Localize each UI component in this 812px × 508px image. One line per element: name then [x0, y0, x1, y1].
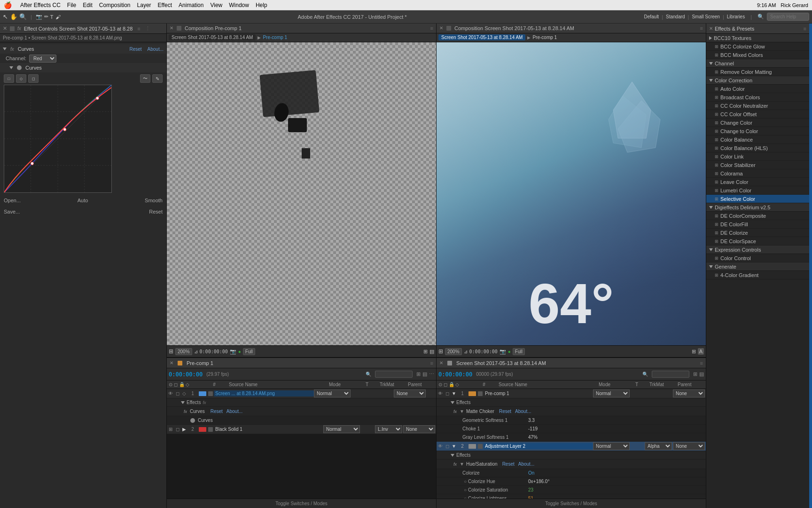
- effect-auto-color[interactable]: ⊞ Auto Color: [706, 85, 809, 93]
- smooth-btn[interactable]: Smooth: [145, 198, 163, 203]
- r-hue-about[interactable]: About...: [518, 461, 534, 467]
- comp-left-tab1[interactable]: Screen Shot 2017-05-13 at 8.28.14 AM: [169, 34, 256, 40]
- reset-btn2[interactable]: Reset: [149, 209, 163, 214]
- timeline-icon-1[interactable]: ⊞: [416, 371, 421, 377]
- r-layer1-mode-select[interactable]: Normal: [593, 389, 630, 397]
- viewer-icon-grid-r[interactable]: ⊞: [692, 349, 696, 355]
- category-channel[interactable]: Channel: [706, 59, 809, 68]
- toolbar-icon-zoom[interactable]: 🔍: [19, 13, 27, 20]
- menu-ae[interactable]: After Effects CC: [20, 2, 61, 8]
- curves-reset-link[interactable]: Reset: [211, 409, 223, 414]
- layer2-expand[interactable]: ▶: [181, 427, 187, 432]
- effects-expand-1[interactable]: [181, 401, 185, 404]
- timeline-right-menu[interactable]: ≡: [700, 360, 703, 366]
- comp-right-menu[interactable]: ≡: [700, 25, 703, 31]
- menu-window[interactable]: Window: [229, 2, 249, 8]
- viewer-icon-channels[interactable]: ▤: [429, 349, 434, 355]
- workspace-default[interactable]: Default: [644, 14, 659, 19]
- layer2-parent-select[interactable]: None: [403, 425, 435, 433]
- effect-de-colorspace[interactable]: ⊞ DE ColorSpace: [706, 237, 809, 246]
- r-layer1-vis[interactable]: 👁: [437, 391, 444, 396]
- effect-de-colorize[interactable]: ⊞ DE Colorize: [706, 229, 809, 237]
- menu-effect[interactable]: Effect: [158, 2, 172, 8]
- toolbar-icon-hand[interactable]: ✋: [10, 13, 17, 20]
- category-color-correction[interactable]: Color Correction: [706, 76, 809, 85]
- effect-selective-color[interactable]: ⊞ Selective Color: [706, 195, 809, 203]
- effect-color-balance-hls[interactable]: ⊞ Color Balance (HLS): [706, 144, 809, 152]
- r-choke-value[interactable]: -119: [528, 426, 538, 431]
- comp-left-menu[interactable]: ≡: [430, 25, 433, 31]
- save-btn[interactable]: Save...: [4, 209, 20, 214]
- timeline-left-timecode[interactable]: 0:00:00:00: [169, 371, 203, 378]
- timeline-right-search[interactable]: [652, 371, 689, 378]
- effects-panel-menu[interactable]: ≡: [804, 26, 806, 32]
- r-hue-reset[interactable]: Reset: [502, 461, 515, 467]
- viewer-icon-grid[interactable]: ⊞: [423, 349, 428, 355]
- channel-select[interactable]: Red Green Blue Alpha RGB: [29, 55, 56, 63]
- menu-help[interactable]: Help: [256, 2, 267, 8]
- effect-lumetri-color[interactable]: ⊞ Lumetri Color: [706, 186, 809, 195]
- category-bcc10-textures[interactable]: BCC10 Textures: [706, 34, 809, 42]
- r-gray-value[interactable]: 47%: [528, 435, 538, 440]
- r-effects-expand-1[interactable]: [451, 401, 454, 404]
- quality-btn-right[interactable]: Full: [513, 348, 525, 355]
- workspace-libraries[interactable]: Libraries: [727, 14, 745, 19]
- panel-expand-btn[interactable]: ⋮: [145, 25, 150, 32]
- curves-expand-arrow[interactable]: [3, 48, 7, 50]
- r-layer2-expand[interactable]: ▼: [451, 444, 457, 449]
- toolbar-icon-text[interactable]: T: [50, 14, 54, 20]
- zoom-btn-right[interactable]: 200%: [445, 348, 462, 355]
- zoom-btn-left[interactable]: 200%: [175, 348, 192, 355]
- category-generate[interactable]: Generate: [706, 262, 809, 271]
- effect-color-balance[interactable]: ⊞ Color Balance: [706, 135, 809, 144]
- effect-color-control[interactable]: ⊞ Color Control: [706, 254, 809, 262]
- comp-right-close[interactable]: ✕: [439, 25, 443, 31]
- menu-animation[interactable]: Animation: [179, 2, 203, 8]
- timeline-right-timecode[interactable]: 0:00:00:00: [438, 371, 472, 378]
- toolbar-icon-select[interactable]: ↖: [3, 13, 8, 20]
- camera-icon-right[interactable]: 📷: [500, 349, 506, 355]
- toolbar-icon-camera[interactable]: 📷: [36, 14, 42, 20]
- curves-reset-btn[interactable]: Reset: [129, 47, 141, 52]
- layer2-trkmat-select[interactable]: L.Inv None: [375, 425, 402, 433]
- r-layer2-trkmat-select[interactable]: Alpha None: [645, 442, 672, 450]
- layer1-parent-select[interactable]: None: [394, 389, 426, 397]
- timeline-left-menu[interactable]: ≡: [430, 360, 433, 366]
- r-layer2-parent-select[interactable]: None: [673, 442, 705, 450]
- effect-bcc-colorize-glow[interactable]: ⊞ BCC Colorize Glow: [706, 42, 809, 51]
- category-digieffects[interactable]: Digieffects Delirium v2.5: [706, 203, 809, 212]
- panel-close-left[interactable]: ✕: [3, 25, 7, 32]
- curves-graph[interactable]: [4, 85, 112, 193]
- effect-de-colorcomposite[interactable]: ⊞ DE ColorComposite: [706, 212, 809, 220]
- effect-change-to-color[interactable]: ⊞ Change to Color: [706, 127, 809, 135]
- effect-remove-color-matting[interactable]: ⊞ Remove Color Matting: [706, 68, 809, 76]
- panel-menu-btn[interactable]: ≡: [137, 26, 140, 32]
- timeline-left-search[interactable]: [375, 371, 413, 378]
- effect-cc-color-offset[interactable]: ⊞ CC Color Offset: [706, 110, 809, 119]
- timeline-right-toggle[interactable]: Toggle Switches / Modes: [437, 499, 706, 508]
- r-layer2-mode-select[interactable]: Normal: [593, 442, 630, 450]
- r-layer2-vis[interactable]: 👁: [437, 444, 444, 449]
- timeline-left-close[interactable]: ✕: [170, 360, 173, 365]
- effect-color-stabilizer[interactable]: ⊞ Color Stabilizer: [706, 161, 809, 169]
- viewer-icon-a-btn[interactable]: A: [698, 348, 704, 355]
- comp-left-tab2[interactable]: Pre-comp 1: [263, 35, 287, 40]
- r-layer1-expand[interactable]: ▼: [451, 391, 457, 396]
- effect-bcc-mixed-colors[interactable]: ⊞ BCC Mixed Colors: [706, 51, 809, 59]
- r-colorize-sat-value[interactable]: 23: [528, 487, 533, 492]
- effect-broadcast-colors[interactable]: ⊞ Broadcast Colors: [706, 93, 809, 102]
- r-geo-soft-value[interactable]: 3.3: [528, 418, 535, 423]
- r-matte-reset[interactable]: Reset: [499, 409, 511, 414]
- curves-btn-eyedropper[interactable]: ✎: [152, 74, 163, 83]
- workspace-standard[interactable]: Standard: [666, 14, 685, 19]
- layer2-name[interactable]: Black Solid 1: [214, 426, 323, 432]
- effect-leave-color[interactable]: ⊞ Leave Color: [706, 178, 809, 186]
- apple-menu[interactable]: 🍎: [4, 1, 12, 9]
- comp-right-tab2[interactable]: Pre-comp 1: [532, 35, 557, 40]
- menu-layer[interactable]: Layer: [137, 2, 151, 8]
- layer1-mode-select[interactable]: Normal: [314, 389, 351, 397]
- curves-btn-pencil[interactable]: 〜: [140, 74, 150, 83]
- layer2-mode-select[interactable]: Normal: [323, 425, 360, 433]
- timeline-left-toggle[interactable]: Toggle Switches / Modes: [167, 499, 436, 508]
- view-icon-fit[interactable]: ⊞: [169, 348, 173, 355]
